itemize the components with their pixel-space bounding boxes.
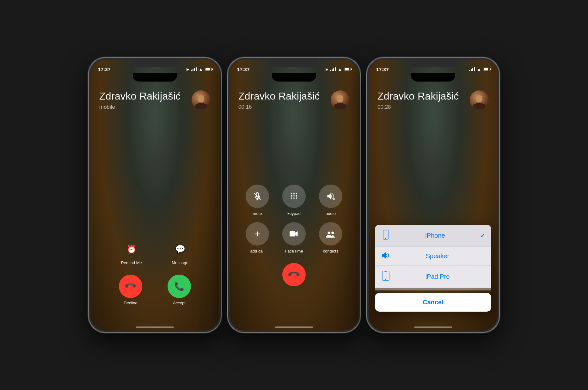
accept-label: Accept [173, 301, 186, 305]
alarm-icon: ⏰ [126, 244, 137, 254]
keypad-label: keypad [287, 211, 301, 216]
mute-button[interactable]: mute [246, 185, 269, 216]
call-status: mobile [99, 104, 181, 110]
svg-point-2 [293, 193, 295, 194]
call-info: Zdravko Rakijašić mobile [99, 90, 181, 110]
svg-point-7 [291, 198, 292, 199]
phone-active: 17:37 ▶ ▲ [228, 58, 360, 332]
volume-up-button-2[interactable] [228, 102, 228, 118]
incoming-actions: ⏰ Remind Me 💬 Message [90, 240, 219, 305]
svg-point-12 [328, 232, 330, 235]
remind-me-icon-container: ⏰ [123, 240, 140, 258]
silence-switch [89, 90, 89, 99]
message-icon-container: 💬 [171, 240, 189, 258]
svg-point-16 [385, 238, 386, 239]
contact-name: Zdravko Rakijašić [99, 90, 181, 102]
speaker-svg-icon [382, 252, 390, 259]
contacts-icon [326, 230, 335, 238]
iphone-option-label: iPhone [395, 232, 475, 239]
check-icon: ✓ [480, 232, 485, 239]
side-button-3[interactable] [499, 109, 499, 131]
call-header-3: Zdravko Rakijašić 00:28 [369, 84, 498, 110]
accept-button[interactable]: 📞 Accept [168, 275, 191, 305]
call-info-2: Zdravko Rakijašić 00:16 [238, 90, 320, 110]
add-call-label: add call [250, 249, 265, 253]
side-button[interactable] [221, 109, 221, 131]
side-button-2[interactable] [360, 109, 360, 131]
iphone-option[interactable]: iPhone ✓ [375, 225, 491, 247]
speaker-option[interactable]: Speaker [375, 247, 491, 266]
battery-icon [205, 68, 212, 71]
ipad-option-label: iPad Pro [395, 273, 480, 280]
location-icon-2: ▶ [326, 67, 328, 71]
secondary-actions: ⏰ Remind Me 💬 Message [90, 240, 219, 265]
ipad-option[interactable]: iPad Pro [375, 266, 491, 288]
contact-name-2: Zdravko Rakijašić [238, 90, 320, 102]
avatar-image-2 [331, 90, 350, 109]
controls-row-1: mute [230, 185, 358, 216]
volume-down-button-2[interactable] [228, 125, 228, 140]
add-call-button[interactable]: + add call [246, 222, 269, 253]
phone-incoming: 17:37 ▶ ▲ [89, 58, 221, 332]
add-icon: + [254, 229, 260, 239]
facetime-icon [290, 230, 298, 237]
contacts-label: contacts [323, 249, 338, 253]
contacts-button[interactable]: contacts [319, 222, 342, 253]
signal-icon-3 [469, 67, 475, 71]
keypad-button[interactable]: keypad [282, 185, 306, 216]
audio-icon: ✱ [326, 192, 335, 201]
svg-text:✱: ✱ [333, 198, 335, 201]
avatar-image-3 [470, 90, 489, 109]
volume-up-button-3[interactable] [367, 102, 367, 118]
call-duration-2: 00:16 [238, 104, 320, 110]
wifi-icon-3: ▲ [477, 67, 481, 72]
keypad-circle [282, 185, 306, 208]
primary-actions: 📞 Decline 📞 Accept [90, 275, 219, 305]
silence-switch-3 [367, 90, 367, 99]
svg-point-3 [296, 193, 297, 194]
phone-audio: 17:37 ▲ [367, 58, 499, 332]
contact-avatar-2 [331, 90, 350, 109]
end-call-icon: 📞 [287, 268, 301, 282]
screen-audio: 17:37 ▲ [369, 59, 498, 331]
signal-icon-2 [330, 67, 336, 71]
decline-button[interactable]: 📞 Decline [119, 275, 142, 305]
end-call-button[interactable]: 📞 [282, 263, 306, 286]
message-button[interactable]: 💬 Message [171, 240, 189, 265]
svg-point-6 [296, 195, 297, 197]
phones-container: 17:37 ▶ ▲ [79, 51, 509, 339]
volume-down-button-3[interactable] [367, 125, 367, 140]
iphone-device-icon [381, 230, 390, 241]
controls-row-2: + add call FaceTime [230, 222, 358, 253]
speaker-option-label: Speaker [395, 253, 480, 260]
call-controls: mute [230, 185, 358, 286]
silence-switch-2 [228, 90, 228, 99]
audio-button[interactable]: ✱ audio [319, 185, 342, 216]
volume-down-button[interactable] [89, 125, 89, 140]
keypad-icon [290, 192, 298, 201]
call-info-3: Zdravko Rakijašić 00:28 [377, 90, 459, 110]
speaker-device-icon [381, 252, 390, 260]
cancel-label: Cancel [423, 299, 444, 306]
audio-circle: ✱ [319, 185, 342, 208]
remind-me-button[interactable]: ⏰ Remind Me [121, 240, 142, 265]
iphone-svg-icon [383, 230, 389, 240]
contact-name-3: Zdravko Rakijašić [377, 90, 459, 102]
audio-label: audio [326, 211, 336, 216]
wifi-icon-2: ▲ [338, 67, 342, 72]
status-time: 17:37 [98, 67, 111, 72]
svg-point-1 [291, 193, 292, 194]
home-indicator-2 [275, 326, 313, 328]
svg-rect-19 [384, 271, 387, 272]
ipad-device-icon [381, 271, 390, 283]
cancel-button[interactable]: Cancel [375, 293, 491, 312]
svg-point-13 [331, 232, 334, 235]
volume-up-button[interactable] [89, 102, 89, 118]
message-icon: 💬 [175, 244, 185, 254]
location-icon: ▶ [187, 67, 189, 71]
facetime-label: FaceTime [285, 249, 303, 253]
accept-circle: 📞 [168, 275, 191, 298]
add-call-circle: + [246, 222, 269, 246]
decline-circle: 📞 [119, 275, 142, 298]
facetime-button[interactable]: FaceTime [282, 222, 306, 253]
